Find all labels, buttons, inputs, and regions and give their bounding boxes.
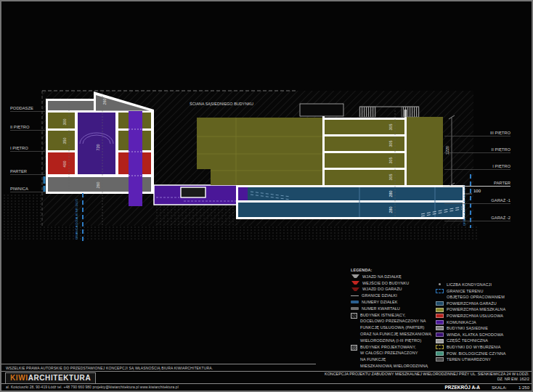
legend-label: TEREN UTWARDZONY [447,356,491,363]
legend-item-granice-terenu: GRANICE TERENU OBJĘTEGO OPRACOWANIEM [436,288,530,301]
site-entry-arrow-icon [351,274,359,278]
circulation-swatch [436,320,444,324]
project-line2: DZ. NR EW. 162/2 [325,377,529,382]
legend-label: POW. BIOLOGICZNIE CZYNNA [447,351,506,357]
legend-title-row: LEGENDA: [351,267,436,274]
label-2pietro-r: II PIĘTRO [492,147,511,152]
building-entry-arrow-icon [351,281,359,285]
legend-label: BUDYNEK ISTNIEJĄCY, DOCELOWO PRZEZNACZON… [360,312,431,344]
legend-item-wjazd-dzialka: WJAZD NA DZIAŁKĘ [351,274,436,280]
elevator-stair-swatch [436,332,444,337]
legend-item-komunikacja: KOMUNIKACJA [436,319,530,326]
dim-basement: 260 [96,181,100,188]
corridor-technical-box [181,187,206,197]
parcel-boundary-line-icon [351,295,359,296]
rb-slab-2 [322,151,407,153]
scale-value: 1:250 [518,385,529,390]
legend-label: BUDYNEK PROJEKTOWANY, W CAŁOŚCI PRZEZNAC… [360,344,428,369]
garage-level-1 [238,187,463,200]
legend-item-budynek-projektowany: BUDYNEK PROJEKTOWANY, W CAŁOŚCI PRZEZNAC… [351,344,436,369]
dim-floor2: 300 [62,118,67,125]
ground-hatch-bottom [2,226,479,241]
project-description: KONCEPCJA PROJEKTU ZABUDOWY MIESZKALNEJ … [325,372,529,382]
proposed-building-icon [351,345,357,351]
legend-label: WEJŚCIE DO BUDYNKU [362,280,409,287]
drawing-sheet: 300 350 400 720 260 260 305 305 305 305 … [0,0,533,392]
garage-level-1-corridor [238,187,248,200]
dim-r-floor3: 305 [388,157,393,163]
company-address: al. Kościuszki 28, 90-419 Łódź tel. +48 … [6,385,179,389]
legend-item-numery-dzialek: NUMERY DZIAŁEK [351,299,436,306]
legend-left-column: LEGENDA: WJAZD NA DZIAŁKĘ WEJŚCIE DO BUD… [351,267,436,369]
ground-hatch-left [2,195,42,226]
technical-area-swatch [436,339,444,343]
lb-floor1-left [48,131,75,150]
legend-label: KOMUNIKACJA [447,319,476,326]
lb-elevator-shaft [129,111,142,206]
legend-item-uslugowa: POWIERZCHNIA USŁUGOWA [436,313,530,319]
dim-r-floor1: 305 [388,123,393,130]
rb-mass-east [407,117,443,185]
label-garaz2: GARAŻ -2 [491,216,510,220]
legend-label: WINDA, KLATKA SCHODOWA [447,332,503,338]
scale-label: SKALA: [492,385,507,390]
legend-label: POWIERZCHNIA GARAŻU [447,301,497,307]
label-poddasze: PODDASZE [10,106,33,110]
lb-shaft-center [78,113,115,174]
label-2pietro-l: II PIĘTRO [10,125,30,129]
legend-label: CZĘŚĆ TECHNICZNA [447,338,488,344]
legend-item-budynek-istniejacy: BUDYNEK ISTNIEJĄCY, DOCELOWO PRZEZNACZON… [351,312,436,344]
label-parter-l: PARTER [10,169,27,173]
roof-parapet-box [300,104,343,116]
legend-label: GRANICE TERENU OBJĘTEGO OPRACOWANIEM [447,288,505,301]
legend-item-mieszkalna: POWIERZCHNIA MIESZKALNA [436,306,530,313]
legend-item-techniczna: CZĘŚĆ TECHNICZNA [436,338,530,344]
parcel-boundary-left-label: GRANICA DZIAŁKI NR 162/2 [75,198,78,240]
logo-architektura: ARCHITEKTURA [28,374,91,382]
legend-item-granice-dzialki: GRANICE DZIAŁKI [351,293,436,299]
roof-railing-1 [359,107,375,117]
label-piwnica: PIWNICA [10,187,28,191]
parcel-number-icon [351,301,359,303]
ground-hatch-mid [154,206,240,226]
legend-label: POWIERZCHNIA USŁUGOWA [447,313,503,319]
legend-label: GRANICE DZIAŁKI [362,293,397,299]
legend-label: POWIERZCHNIA MIESZKALNA [447,306,505,313]
dim-attic: 260 [102,98,107,105]
legend-label: WJAZD DO GARAŻU [362,286,402,293]
label-3pietro-r: III PIĘTRO [490,131,511,135]
neighbor-buildings-swatch [436,326,444,330]
existing-building-icon [351,313,357,319]
legend-item-wjazd-garaz: WJAZD DO GARAŻU [351,286,436,293]
lb-attic [48,101,94,110]
dim-r-floor2: 305 [388,140,393,147]
dim-garage2: 280 [388,206,393,213]
legend-label: BUDYNKI DO WYBURZENIA [447,344,501,351]
dim-parter: 400 [62,160,67,167]
dim-r-floor4: 305 [388,173,393,180]
rb-wall-right [404,110,407,187]
legend-right-column: LICZBA KONDYGNACJI GRANICE TERENU OBJĘTE… [436,282,530,363]
biologically-active-swatch [436,351,444,356]
legend-item-numer-kwartalu: NUMER KWARTAŁU [351,306,436,312]
dim-floor1: 350 [62,137,67,144]
rb-slab-1 [322,168,407,170]
entry-marker-2 [44,186,46,192]
storey-count-dot-icon [439,283,441,285]
dim-shaft: 720 [96,144,100,150]
legend-item-sasiednie: BUDYNKI SĄSIEDNIE [436,325,530,332]
garage-entry-arrow-icon [351,287,359,291]
residential-area-swatch [436,308,444,312]
legend-item-wyburzenia: BUDYNKI DO WYBURZENIA [436,344,530,351]
legend-item-garaz: POWIERZCHNIA GARAŻU [436,301,530,307]
legend-item-winda: WINDA, KLATKA SCHODOWA [436,332,530,338]
titleblock-divider-mid2 [1,383,532,384]
lb-parter-left [48,152,75,174]
rb-slab-roof [322,118,407,120]
paved-area-swatch [436,357,444,362]
drawing-name: PRZEKRÓJ A-A [444,385,480,390]
rb-wall-left [322,110,325,187]
legend-item-wejscie-budynek: WEJŚCIE DO BUDYNKU [351,280,436,287]
label-1pietro-l: I PIĘTRO [10,146,28,150]
lb-floor2-left [48,113,75,128]
